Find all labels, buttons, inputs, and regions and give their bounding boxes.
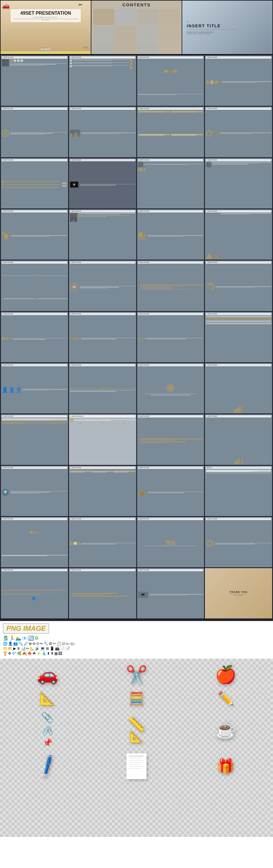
object-compass: 📏 📐: [95, 716, 178, 743]
icon-phone: 📱: [50, 647, 54, 650]
slide-thumb-8[interactable]: 1. ADD A TITLE SLIDE: [205, 107, 272, 157]
slide-title: 1. ADD A TITLE SLIDE: [70, 159, 135, 161]
object-car: 🚗: [6, 664, 89, 685]
slide-thumb-41[interactable]: 1. ADD A TITLE SLIDE 👥: [1, 568, 68, 618]
slide-title: 1. ADD A TITLE SLIDE: [2, 107, 67, 110]
icon-laptop: 💻: [40, 647, 45, 650]
slide-thumb-7[interactable]: 1. ADD A TITLE SLIDE: [137, 107, 204, 157]
slide-thumb-18[interactable]: 1. ADD A TITLE SLIDE 🧠: [69, 260, 136, 311]
slide-thumb-22[interactable]: 1. ADD A TITLE SLIDE: [69, 312, 136, 362]
slide-thumb-10[interactable]: 1. ADD A TITLE SLIDE: [69, 158, 136, 209]
icon-speaker: 🔊: [35, 647, 40, 650]
slide-thumb-33[interactable]: 1. ADD A TITLE SLIDE 🌍: [1, 466, 68, 516]
slide-thumb-4[interactable]: 1. ADD A TITLE SLIDE: [205, 56, 272, 106]
slide-title: 1. ANNUAL ACCOUNTING LINE: [70, 415, 135, 417]
slide-thumb-40[interactable]: 1. ADD A TITLE SLIDE: [205, 517, 272, 567]
slide-title: 1. ADD A TITLE SLIDE: [70, 313, 135, 315]
preview-slide-2[interactable]: CONTENTS 1 Company Introduction: [91, 1, 182, 54]
slide-thumb-38[interactable]: 1. ADD A TITLE SLIDE: [69, 517, 136, 567]
object-ruler-set: 📐: [6, 691, 89, 706]
icon-gear: ⚙: [49, 642, 52, 646]
slide-thumb-27[interactable]: 1. ADD A TITLE SLIDE: [137, 363, 204, 413]
tagline: insert your subtitle or main author's na…: [187, 33, 268, 34]
slide-thumb-11[interactable]: 1. ADD A TITLE SLIDE: [137, 158, 204, 209]
slide-title: INSERT TEXT: [206, 467, 271, 469]
icon-file: 📄: [60, 647, 65, 650]
slide-thumb-2[interactable]: 1. ADD A TITLE SLIDE: [69, 56, 136, 106]
icon-water-drop: 💧: [42, 651, 46, 655]
slide-thumb-23[interactable]: 1. ADD A TITLE SLIDE: [137, 312, 204, 362]
slide-title: 1. ADD A TITLE SLIDE: [206, 107, 271, 110]
slide-title: 1. ADD A TITLE SLIDE: [2, 261, 67, 264]
slide-thumb-21[interactable]: 1. ADD A TITLE SLIDE: [1, 312, 68, 362]
slide-thumb-36[interactable]: INSERT TEXT: [205, 466, 272, 516]
icon-search: 🔍: [19, 642, 23, 646]
slides-row-1: 1. ADD A TITLE SLIDE: [1, 56, 272, 106]
slide-thumb-37[interactable]: 1. ADD A TITLE SLIDE: [1, 517, 68, 567]
slide-title: 1. ADD A TITLE SLIDE: [2, 569, 67, 571]
icon-medical: ✜: [8, 651, 11, 655]
icon-folder-open: 📂: [8, 647, 13, 650]
icon-infinity: ∞: [66, 642, 68, 646]
preview-slide-1[interactable]: 🚗 ✂ 49SET PRESENTATION Insert your subti…: [1, 1, 91, 54]
slide-number: 1.: [187, 20, 268, 23]
slide-title: 1. ADD A TITLE SLIDE: [138, 415, 203, 417]
slide-thumb-15[interactable]: 1. ADD A TITLE SLIDE: [137, 209, 204, 259]
main-subtitle: Insert your subtitle or main author's na…: [12, 17, 79, 18]
preview-slide-3[interactable]: 1. INSERT TITLE ADDING YOUR BUSINESS INN…: [182, 1, 272, 54]
slide-title: 1. ADD A TITLE SLIDE: [138, 569, 203, 571]
slide-thumb-1[interactable]: 1. ADD A TITLE SLIDE: [1, 56, 68, 106]
slide-thumb-30[interactable]: 1. ANNUAL ACCOUNTING LINE: [69, 414, 136, 465]
object-stationery-set: 🎁: [184, 758, 267, 775]
slide-thumb-28[interactable]: 1. ADD A TITLE SLIDE: [205, 363, 272, 413]
slide-thumb-13[interactable]: 1. ADD A TITLE SLIDE: [1, 209, 68, 259]
slide-title: 1. ADD A TITLE SLIDE: [2, 313, 67, 315]
slide-thumb-42[interactable]: 1. ADD A TITLE SLIDE 01 02 03: [69, 568, 136, 618]
icon-clipboard: 📋: [57, 642, 61, 646]
glasses-decoration: 👓: [83, 45, 88, 50]
slide-thumb-5[interactable]: 1. ADD A TITLE SLIDE: [1, 107, 68, 157]
slide-thumb-35[interactable]: 1. ADD A TITLE SLIDE: [137, 466, 204, 516]
slide-thumb-25[interactable]: 1. ADD A TITLE SLIDE 👤 👤 👤: [1, 363, 68, 413]
slide-title: 1. ADD A TITLE SLIDE: [138, 159, 203, 161]
body-text: Started the business in Seoul Korea in F…: [12, 19, 79, 21]
slide-thumb-9[interactable]: 1. ADD A TITLE SLIDE: [1, 158, 68, 209]
slide-thumb-39[interactable]: 1. ADD A TITLE SLIDE: [137, 517, 204, 567]
icon-arrow-up: ⬆: [50, 651, 54, 655]
slide-thumb-34[interactable]: 1. ADD A TITLE SLIDE: [69, 466, 136, 516]
slide-thumb-6[interactable]: 1. ADD A TITLE SLIDE: [69, 107, 136, 157]
icon-leaf: 🌿: [17, 651, 22, 655]
slide-thumb-19[interactable]: 1. ADD A TITLE SLIDE 01 02 03: [137, 260, 204, 311]
slide-thumb-12[interactable]: 1. ADD A TITLE SLIDE: [205, 158, 272, 209]
icon-leaf-2: 🍂: [22, 651, 27, 655]
slide-thumb-31[interactable]: 1. ADD A TITLE SLIDE 01 02 03 04: [137, 414, 204, 465]
slide-title: 1. ADD A TITLE SLIDE: [206, 518, 271, 520]
slide-thumb-24[interactable]: 1. ADD A TITLE SLIDE: [205, 312, 272, 362]
slide-title: 1. ADD A TITLE SLIDE: [2, 467, 67, 469]
top-previews-section: 🚗 ✂ 49SET PRESENTATION Insert your subti…: [0, 0, 273, 55]
slide-thumb-20[interactable]: 1. ADD A TITLE SLIDE: [205, 260, 272, 311]
slide-title: 1. ADD A TITLE SLIDE: [138, 467, 203, 469]
icon-trophy: 🏆: [3, 651, 7, 655]
png-objects-section: 🚗 ✂️ 🍎 📐 🧮 ✏️ 📎 🖇️ 📌 📏 📐 ☕ 🖊️: [0, 659, 273, 837]
slide-thumb-14[interactable]: 1. ADD A TITLE SLIDE 👥: [69, 209, 136, 259]
icon-folder: 📁: [3, 647, 7, 650]
slide-thumb-26[interactable]: 1. ADD A TITLE SLIDE: [69, 363, 136, 413]
slide-title: 1. ADD A TITLE SLIDE: [2, 210, 67, 213]
slide-title: 1. ADD A TITLE SLIDE: [70, 107, 135, 110]
slide-title: 1. ADD A TITLE SLIDE: [2, 518, 67, 520]
slide-thumb-32[interactable]: 1. ADD A TITLE SLIDE: [205, 414, 272, 465]
slide-thumb-29[interactable]: 1. ADD A TITLE SLIDE: [1, 414, 68, 465]
icon-arrow-down: ⬇: [47, 651, 50, 655]
png-image-label: PNG IMAGE: [3, 623, 49, 634]
icon-checkbox: ☑: [62, 642, 65, 646]
icon-edit: ✏: [40, 642, 43, 646]
slides-grid-container: 1. ADD A TITLE SLIDE: [0, 55, 273, 620]
slide-title: 1. ADD A TITLE SLIDE: [138, 107, 203, 110]
slide-thumb-thank-you[interactable]: THANK YOU Insert your subtitle here: [205, 568, 272, 618]
slide-thumb-3[interactable]: 1. ADD A TITLE SLIDE: [137, 56, 204, 106]
slide-thumb-16[interactable]: 1. ADD A TITLE SLIDE: [205, 209, 272, 259]
slides-row-4: 1. ADD A TITLE SLIDE 1. ADD A TITLE SLID…: [1, 209, 272, 259]
slide-thumb-43[interactable]: 1. ADD A TITLE SLIDE 🗺: [137, 568, 204, 618]
slide-thumb-17[interactable]: 1. ADD A TITLE SLIDE: [1, 260, 68, 311]
